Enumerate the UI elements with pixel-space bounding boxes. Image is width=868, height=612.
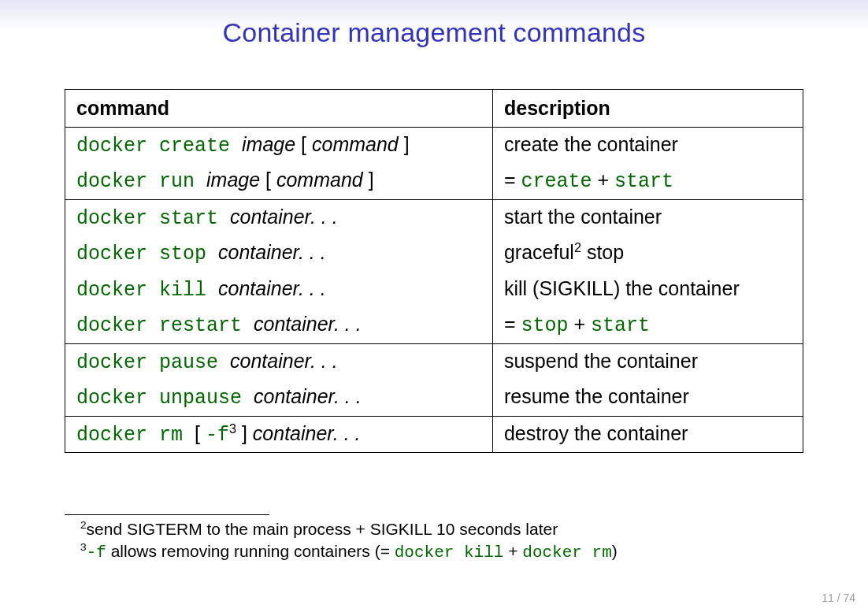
cell-command: docker restart container. . . xyxy=(65,307,493,343)
command-arg: container. . . xyxy=(230,206,338,228)
desc-tt: start xyxy=(614,170,673,193)
cell-command: docker create image [ command ] xyxy=(65,127,493,163)
desc-text: kill (SIGKILL) the container xyxy=(504,277,740,299)
desc-tt: create xyxy=(521,170,592,193)
footnote-ref: 3 xyxy=(229,421,236,435)
footnote-ref: 2 xyxy=(574,240,581,254)
cell-description: suspend the container xyxy=(492,343,803,380)
bracket-open: [ xyxy=(260,169,276,191)
cell-description: = stop + start xyxy=(492,307,803,343)
cell-description: start the container xyxy=(492,199,803,236)
command-arg: container. . . xyxy=(254,385,362,407)
col-header-description: description xyxy=(492,90,803,128)
desc-text: = xyxy=(504,169,521,191)
command-arg: command xyxy=(312,133,399,155)
footnote-rule xyxy=(65,514,269,515)
footnote-text: ) xyxy=(612,542,618,560)
command-arg: container. . . xyxy=(218,277,326,299)
cell-command: docker kill container. . . xyxy=(65,272,493,308)
table-row: docker rm [ -f3 ] container. . . destroy… xyxy=(65,416,803,453)
table-row: docker kill container. . . kill (SIGKILL… xyxy=(65,272,803,308)
footnote: 3-f allows removing running containers (… xyxy=(88,540,803,564)
commands-table: command description docker create image … xyxy=(65,89,803,453)
footnote-tt: -f xyxy=(87,543,106,562)
cell-command: docker start container. . . xyxy=(65,199,493,236)
cell-command: docker rm [ -f3 ] container. . . xyxy=(65,416,493,453)
desc-text: destroy the container xyxy=(504,422,688,444)
command-arg: container. . . xyxy=(254,313,362,335)
command-text: docker stop xyxy=(76,243,218,265)
command-arg: container. . . xyxy=(230,350,338,372)
command-arg: container. . . xyxy=(253,422,361,444)
desc-text: stop xyxy=(581,241,624,263)
cell-description: destroy the container xyxy=(492,416,803,453)
cell-command: docker pause container. . . xyxy=(65,343,493,380)
table-row: docker pause container. . . suspend the … xyxy=(65,343,803,380)
footnotes: 2send SIGTERM to the main process + SIGK… xyxy=(65,514,803,565)
footnote-text: + xyxy=(503,542,522,560)
cell-command: docker stop container. . . xyxy=(65,236,493,272)
footnote-tt: docker rm xyxy=(522,543,611,562)
command-arg: image xyxy=(242,133,295,155)
footnote-num: 2 xyxy=(80,519,87,531)
page-number: 11 / 74 xyxy=(822,592,855,604)
cell-description: create the container xyxy=(492,127,803,163)
footnote: 2send SIGTERM to the main process + SIGK… xyxy=(88,518,803,540)
command-arg: command xyxy=(276,169,363,191)
bracket-close: ] xyxy=(236,422,253,444)
command-text: docker start xyxy=(76,207,230,230)
desc-text: create the container xyxy=(504,133,678,155)
cell-description: = create + start xyxy=(492,163,803,199)
table-row: docker create image [ command ] create t… xyxy=(65,127,803,163)
desc-tt: start xyxy=(591,314,650,337)
slide: Container management commands command de… xyxy=(0,0,868,612)
bracket-close: ] xyxy=(399,133,410,155)
footnote-num: 3 xyxy=(80,541,87,553)
table-row: docker unpause container. . . resume the… xyxy=(65,380,803,416)
command-text: docker pause xyxy=(76,351,230,374)
desc-text: suspend the container xyxy=(504,350,698,372)
table-header-row: command description xyxy=(65,90,803,128)
command-text: docker unpause xyxy=(76,387,254,410)
command-arg: container. . . xyxy=(218,241,326,263)
footnote-tt: docker kill xyxy=(395,543,504,562)
desc-text: graceful xyxy=(504,241,574,263)
page-title: Container management commands xyxy=(65,17,803,48)
bracket-open: [ xyxy=(195,422,206,444)
command-text: docker run xyxy=(76,170,206,193)
command-text: docker rm xyxy=(76,424,195,447)
command-text: docker kill xyxy=(76,279,218,302)
command-arg: image xyxy=(206,169,260,191)
col-header-command: command xyxy=(65,90,493,128)
desc-text: = xyxy=(504,313,521,335)
desc-text: + xyxy=(592,169,615,191)
command-text: docker restart xyxy=(76,314,254,337)
bracket-close: ] xyxy=(363,169,374,191)
desc-text: + xyxy=(569,313,592,335)
bracket-open: [ xyxy=(295,133,312,155)
footnote-text: allows removing running containers (= xyxy=(106,542,395,560)
command-text: docker create xyxy=(76,135,242,158)
desc-tt: stop xyxy=(521,314,569,337)
cell-description: kill (SIGKILL) the container xyxy=(492,272,803,308)
footnote-text: send SIGTERM to the main process + SIGKI… xyxy=(87,520,558,538)
cell-description: resume the container xyxy=(492,380,803,416)
command-flag: -f xyxy=(206,424,229,447)
table-row: docker run image [ command ] = create + … xyxy=(65,163,803,199)
cell-command: docker run image [ command ] xyxy=(65,163,493,199)
table-row: docker restart container. . . = stop + s… xyxy=(65,307,803,343)
desc-text: start the container xyxy=(504,206,662,228)
cell-description: graceful2 stop xyxy=(492,236,803,272)
table-row: docker stop container. . . graceful2 sto… xyxy=(65,236,803,272)
cell-command: docker unpause container. . . xyxy=(65,380,493,416)
desc-text: resume the container xyxy=(504,385,689,407)
table-row: docker start container. . . start the co… xyxy=(65,199,803,236)
